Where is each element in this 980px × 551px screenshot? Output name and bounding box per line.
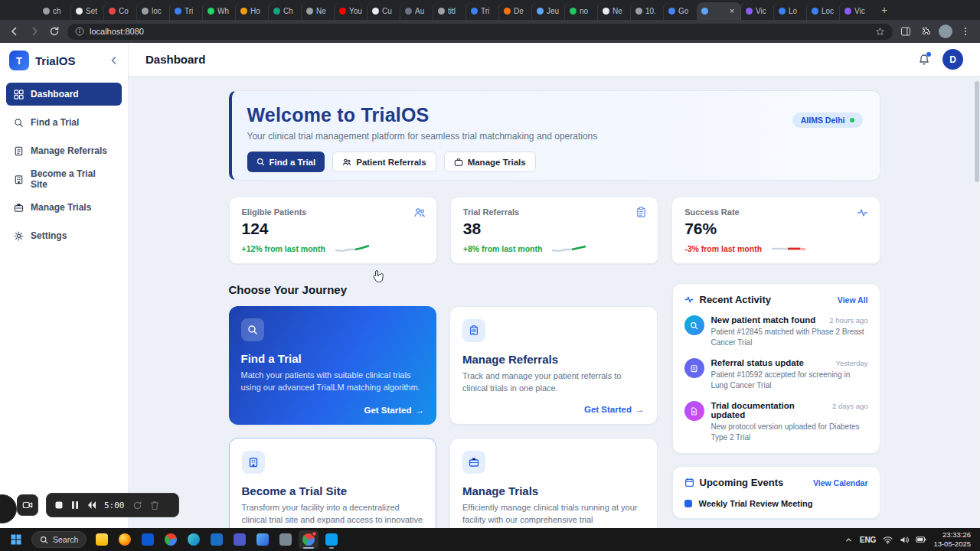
view-all-link[interactable]: View All — [838, 295, 868, 305]
taskbar-search[interactable]: Search — [31, 531, 87, 548]
restart-recording-button[interactable] — [87, 500, 96, 510]
sidebar-item-manage-trials[interactable]: Manage Trials — [6, 196, 122, 219]
tab-favicon — [372, 8, 379, 15]
browser-tab[interactable]: no × — [565, 2, 598, 20]
chrome-recording-icon[interactable] — [299, 530, 318, 549]
file-explorer-icon[interactable] — [92, 530, 112, 549]
camera-toggle-button[interactable] — [17, 494, 38, 516]
scrollbar-thumb[interactable] — [975, 81, 979, 182]
browser-tab[interactable]: Ne × — [302, 2, 335, 20]
taskbar-clock[interactable]: 23:33:26 13-05-2025 — [933, 530, 971, 549]
browser-tab[interactable]: loc × — [137, 2, 170, 20]
user-avatar[interactable]: D — [942, 49, 963, 70]
get-started-link[interactable]: Get Started → — [364, 406, 425, 415]
tab-favicon — [746, 8, 753, 15]
browser-tab[interactable]: ch × — [38, 2, 71, 20]
browser-tab[interactable]: Au × — [400, 2, 433, 20]
sidebar-item-dashboard[interactable]: Dashboard — [6, 83, 122, 106]
browser-tab[interactable]: Jeu × — [532, 2, 565, 20]
new-tab-button[interactable]: + — [876, 2, 893, 18]
site-badge[interactable]: AIIMS Delhi — [792, 112, 863, 128]
journey-card-manage-trials[interactable]: Manage Trials Efficiently manage clinica… — [449, 438, 658, 528]
tab-title: Jeu — [547, 7, 559, 15]
sidebar-collapse-icon[interactable] — [109, 56, 119, 65]
reload-icon[interactable] — [47, 24, 61, 38]
redo-recording-icon[interactable] — [132, 500, 142, 510]
browser-tab[interactable]: Tri × — [466, 2, 499, 20]
browser-tab[interactable]: Co × — [104, 2, 137, 20]
browser-tab[interactable]: Ch × — [269, 2, 302, 20]
tab-favicon — [471, 8, 478, 15]
delete-recording-icon[interactable] — [150, 500, 159, 510]
side-panel-icon[interactable] — [899, 24, 913, 38]
stop-recording-button[interactable] — [54, 500, 64, 510]
stat-delta: +8% from last month — [463, 244, 543, 253]
sidebar-item-settings[interactable]: Settings — [6, 224, 122, 247]
notifications-bell-icon[interactable] — [918, 54, 930, 66]
activity-item[interactable]: Referral status update Yesterday Patient… — [684, 358, 868, 391]
clipboard-icon — [635, 207, 647, 218]
vscode-icon[interactable] — [322, 530, 341, 549]
browser-menu-icon[interactable] — [959, 24, 972, 38]
photos-icon[interactable] — [253, 530, 273, 549]
recording-badge — [312, 531, 317, 536]
browser-tab[interactable]: titl × — [433, 2, 466, 20]
browser-tab[interactable]: Wh × — [203, 2, 236, 20]
teams-icon[interactable] — [230, 530, 250, 549]
browser-tab[interactable]: Loc × — [807, 2, 840, 20]
tab-close-icon[interactable]: × — [727, 7, 737, 16]
browser-tab[interactable]: × — [697, 2, 741, 20]
extensions-puzzle-icon[interactable] — [919, 24, 933, 38]
event-item[interactable]: Weekly Trial Review Meeting — [684, 499, 868, 508]
browser-tab[interactable]: Tri × — [170, 2, 203, 20]
battery-icon[interactable] — [916, 536, 926, 543]
browser-tab[interactable]: Vic × — [840, 2, 873, 20]
browser-tab[interactable]: Vic × — [741, 2, 774, 20]
browser-tab[interactable]: Ho × — [236, 2, 269, 20]
site-info-icon[interactable] — [75, 27, 84, 36]
browser-tab[interactable]: You × — [335, 2, 368, 20]
edge-icon[interactable] — [184, 530, 204, 549]
browser-tab[interactable]: Set × — [71, 2, 104, 20]
browser-tab[interactable]: Lo × — [774, 2, 807, 20]
browser-tab[interactable]: 10. × — [631, 2, 664, 20]
tab-title: Lo — [789, 7, 797, 15]
chrome-icon[interactable] — [161, 530, 181, 549]
sidebar-item-find-a-trial[interactable]: Find a Trial — [6, 111, 122, 134]
browser-tab[interactable]: Cu × — [368, 2, 400, 20]
bookmark-star-icon[interactable] — [875, 27, 885, 37]
language-indicator[interactable]: ENG — [860, 536, 877, 544]
tray-chevron-up-icon[interactable] — [844, 536, 853, 544]
wifi-icon[interactable] — [883, 536, 893, 544]
activity-item[interactable]: Trial documentation updated 2 days ago N… — [684, 401, 868, 443]
browser-tab[interactable]: Ne × — [598, 2, 631, 20]
journey-card-become-a-trial-site[interactable]: Become a Trial Site Transform your facil… — [229, 438, 437, 528]
tab-title: Ne — [612, 7, 622, 15]
pause-recording-button[interactable] — [71, 500, 79, 510]
sidebar-item-become-a-trial-site[interactable]: Become a Trial Site — [6, 168, 122, 191]
journey-card-find-a-trial[interactable]: Find a Trial Match your patients with su… — [229, 306, 437, 425]
activity-item[interactable]: New patient match found 2 hours ago Pati… — [684, 315, 868, 348]
firefox-icon[interactable] — [115, 530, 135, 549]
address-bar[interactable]: localhost:8080 — [67, 24, 893, 40]
get-started-link[interactable]: Get Started → — [584, 405, 645, 414]
forward-icon[interactable] — [28, 24, 41, 38]
patient-referrals-button[interactable]: Patient Referrals — [332, 152, 436, 172]
volume-icon[interactable] — [900, 536, 909, 544]
tab-favicon — [701, 8, 708, 15]
sidebar-item-manage-referrals[interactable]: Manage Referrals — [6, 139, 122, 162]
outlook-icon[interactable] — [207, 530, 227, 549]
start-button-icon[interactable] — [6, 530, 26, 549]
find-a-trial-button[interactable]: Find a Trial — [247, 152, 325, 172]
notepad-icon[interactable] — [276, 530, 296, 549]
browser-tab[interactable]: De × — [499, 2, 532, 20]
back-icon[interactable] — [8, 24, 21, 38]
page-scrollbar[interactable] — [973, 77, 980, 528]
manage-trials-button[interactable]: Manage Trials — [444, 152, 536, 172]
view-calendar-link[interactable]: View Calendar — [813, 478, 868, 487]
microsoft-store-icon[interactable] — [138, 530, 158, 549]
browser-profile-avatar[interactable] — [939, 24, 952, 38]
journey-card-manage-referrals[interactable]: Manage Referrals Track and manage your p… — [449, 306, 658, 425]
browser-tab[interactable]: Go × — [664, 2, 697, 20]
stat-label: Success Rate — [684, 207, 867, 217]
